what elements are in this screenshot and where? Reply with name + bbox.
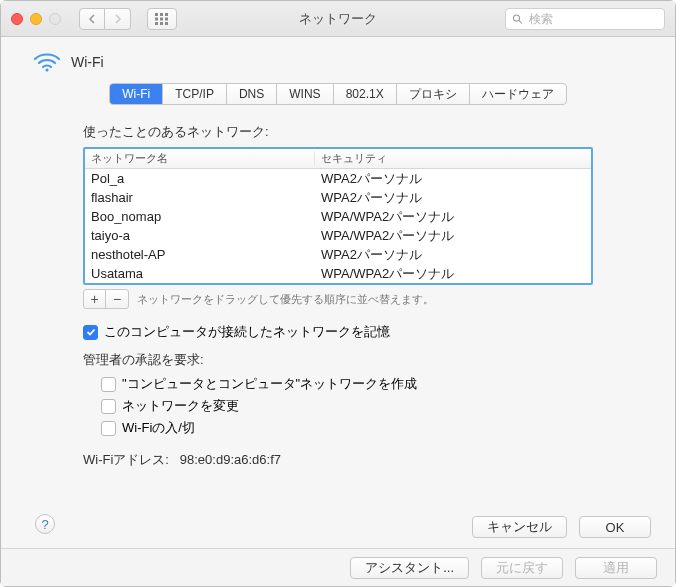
wifi-address-label: Wi-Fiアドレス: [83, 452, 169, 467]
admin-change-network-checkbox[interactable] [101, 399, 116, 414]
col-header-name[interactable]: ネットワーク名 [85, 151, 315, 166]
assistant-button[interactable]: アシスタント... [350, 557, 469, 579]
sheet-body: Wi-Fi Wi-Fi TCP/IP DNS WINS 802.1X プロキシ … [1, 37, 675, 548]
titlebar: ネットワーク [1, 1, 675, 37]
admin-toggle-wifi-label: Wi-Fiの入/切 [122, 419, 195, 437]
zoom-window-button [49, 13, 61, 25]
admin-approval-label: 管理者の承認を要求: [83, 351, 593, 369]
search-icon [512, 13, 523, 25]
svg-rect-6 [155, 22, 158, 25]
tab-wins[interactable]: WINS [277, 84, 333, 104]
svg-rect-5 [165, 17, 168, 20]
remember-networks-row: このコンピュータが接続したネットワークを記憶 [83, 323, 593, 341]
table-row[interactable]: nesthotel-APWPA2パーソナル [85, 245, 591, 264]
wifi-panel: 使ったことのあるネットワーク: ネットワーク名 セキュリティ Pol_aWPA2… [25, 123, 651, 469]
reorder-hint: ネットワークをドラッグして優先する順序に並べ替えます。 [137, 292, 434, 307]
col-header-security[interactable]: セキュリティ [315, 151, 591, 166]
admin-create-adhoc-label: "コンピュータとコンピュータ"ネットワークを作成 [122, 375, 417, 393]
svg-point-11 [45, 68, 48, 71]
tab-wifi[interactable]: Wi-Fi [110, 84, 163, 104]
add-network-button[interactable]: + [84, 290, 106, 308]
revert-button: 元に戻す [481, 557, 563, 579]
back-button[interactable] [79, 8, 105, 30]
tab-hardware[interactable]: ハードウェア [470, 84, 566, 104]
table-row[interactable]: Pol_aWPA2パーソナル [85, 169, 591, 188]
search-input[interactable] [527, 11, 658, 27]
sheet-buttons: キャンセル OK [472, 516, 651, 538]
tab-bar: Wi-Fi TCP/IP DNS WINS 802.1X プロキシ ハードウェア [109, 83, 566, 105]
table-body: Pol_aWPA2パーソナル flashairWPA2パーソナル Boo_nom… [85, 169, 591, 283]
wifi-address-value: 98:e0:d9:a6:d6:f7 [180, 452, 281, 467]
admin-toggle-wifi-checkbox[interactable] [101, 421, 116, 436]
tab-proxy[interactable]: プロキシ [397, 84, 470, 104]
admin-create-adhoc-checkbox[interactable] [101, 377, 116, 392]
svg-rect-4 [160, 17, 163, 20]
known-networks-label: 使ったことのあるネットワーク: [83, 123, 593, 141]
svg-rect-1 [160, 13, 163, 16]
pane-title: Wi-Fi [71, 54, 104, 70]
help-button[interactable]: ? [35, 514, 55, 534]
minimize-window-button[interactable] [30, 13, 42, 25]
svg-rect-8 [165, 22, 168, 25]
forward-button[interactable] [105, 8, 131, 30]
add-remove-controls: + − [83, 289, 129, 309]
ok-button[interactable]: OK [579, 516, 651, 538]
window-footer: アシスタント... 元に戻す 適用 [1, 548, 675, 586]
preferences-window: ネットワーク Wi-Fi Wi-Fi TCP/IP DNS W [0, 0, 676, 587]
table-row[interactable]: taiyo-aWPA/WPA2パーソナル [85, 226, 591, 245]
wifi-address-row: Wi-Fiアドレス: 98:e0:d9:a6:d6:f7 [83, 451, 593, 469]
tab-dns[interactable]: DNS [227, 84, 277, 104]
search-field[interactable] [505, 8, 665, 30]
show-all-button[interactable] [147, 8, 177, 30]
svg-line-10 [519, 20, 522, 23]
table-row[interactable]: UsatamaWPA/WPA2パーソナル [85, 264, 591, 283]
apply-button: 適用 [575, 557, 657, 579]
table-row[interactable]: Boo_nomapWPA/WPA2パーソナル [85, 207, 591, 226]
svg-rect-0 [155, 13, 158, 16]
svg-rect-2 [165, 13, 168, 16]
admin-change-network-label: ネットワークを変更 [122, 397, 239, 415]
cancel-button[interactable]: キャンセル [472, 516, 567, 538]
svg-rect-3 [155, 17, 158, 20]
svg-rect-7 [160, 22, 163, 25]
wifi-icon [33, 51, 61, 73]
known-networks-table[interactable]: ネットワーク名 セキュリティ Pol_aWPA2パーソナル flashairWP… [83, 147, 593, 285]
remember-networks-label: このコンピュータが接続したネットワークを記憶 [104, 323, 390, 341]
table-row[interactable]: flashairWPA2パーソナル [85, 188, 591, 207]
close-window-button[interactable] [11, 13, 23, 25]
remember-networks-checkbox[interactable] [83, 325, 98, 340]
table-header: ネットワーク名 セキュリティ [85, 149, 591, 169]
tab-tcpip[interactable]: TCP/IP [163, 84, 227, 104]
nav-back-forward [79, 8, 131, 30]
tab-8021x[interactable]: 802.1X [334, 84, 397, 104]
window-controls [11, 13, 61, 25]
remove-network-button[interactable]: − [106, 290, 128, 308]
svg-point-9 [513, 15, 519, 21]
